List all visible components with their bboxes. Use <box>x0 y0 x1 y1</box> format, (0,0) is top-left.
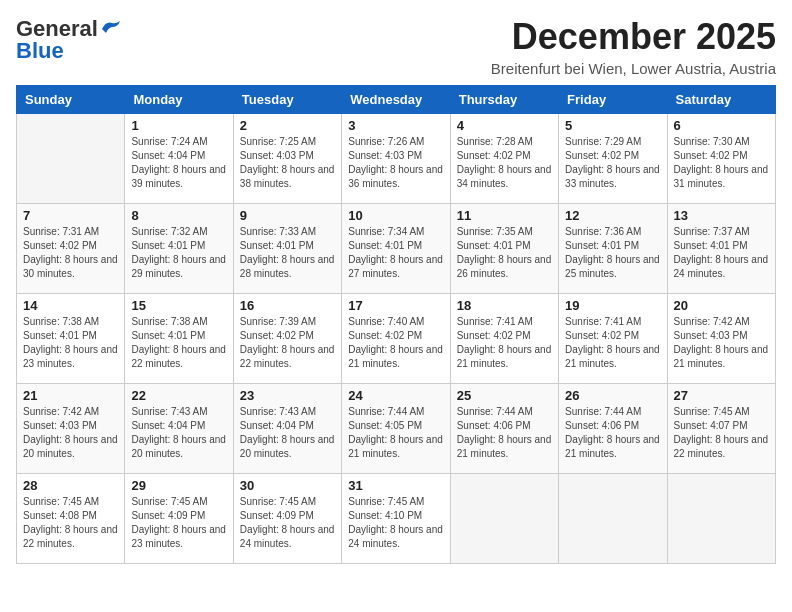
day-info: Sunrise: 7:44 AMSunset: 4:06 PMDaylight:… <box>457 405 552 461</box>
calendar-week-row: 28Sunrise: 7:45 AMSunset: 4:08 PMDayligh… <box>17 474 776 564</box>
day-number: 4 <box>457 118 552 133</box>
day-number: 18 <box>457 298 552 313</box>
table-row: 20Sunrise: 7:42 AMSunset: 4:03 PMDayligh… <box>667 294 775 384</box>
day-info: Sunrise: 7:45 AMSunset: 4:09 PMDaylight:… <box>240 495 335 551</box>
calendar-header-row: Sunday Monday Tuesday Wednesday Thursday… <box>17 86 776 114</box>
table-row: 30Sunrise: 7:45 AMSunset: 4:09 PMDayligh… <box>233 474 341 564</box>
day-info: Sunrise: 7:25 AMSunset: 4:03 PMDaylight:… <box>240 135 335 191</box>
table-row: 14Sunrise: 7:38 AMSunset: 4:01 PMDayligh… <box>17 294 125 384</box>
table-row: 6Sunrise: 7:30 AMSunset: 4:02 PMDaylight… <box>667 114 775 204</box>
day-number: 7 <box>23 208 118 223</box>
col-friday: Friday <box>559 86 667 114</box>
table-row: 17Sunrise: 7:40 AMSunset: 4:02 PMDayligh… <box>342 294 450 384</box>
day-number: 16 <box>240 298 335 313</box>
col-thursday: Thursday <box>450 86 558 114</box>
table-row <box>450 474 558 564</box>
day-number: 11 <box>457 208 552 223</box>
table-row: 16Sunrise: 7:39 AMSunset: 4:02 PMDayligh… <box>233 294 341 384</box>
col-monday: Monday <box>125 86 233 114</box>
day-number: 15 <box>131 298 226 313</box>
day-number: 22 <box>131 388 226 403</box>
table-row: 5Sunrise: 7:29 AMSunset: 4:02 PMDaylight… <box>559 114 667 204</box>
table-row: 18Sunrise: 7:41 AMSunset: 4:02 PMDayligh… <box>450 294 558 384</box>
col-saturday: Saturday <box>667 86 775 114</box>
day-info: Sunrise: 7:38 AMSunset: 4:01 PMDaylight:… <box>131 315 226 371</box>
calendar-week-row: 21Sunrise: 7:42 AMSunset: 4:03 PMDayligh… <box>17 384 776 474</box>
day-info: Sunrise: 7:42 AMSunset: 4:03 PMDaylight:… <box>23 405 118 461</box>
table-row: 12Sunrise: 7:36 AMSunset: 4:01 PMDayligh… <box>559 204 667 294</box>
table-row: 26Sunrise: 7:44 AMSunset: 4:06 PMDayligh… <box>559 384 667 474</box>
day-info: Sunrise: 7:41 AMSunset: 4:02 PMDaylight:… <box>457 315 552 371</box>
table-row: 8Sunrise: 7:32 AMSunset: 4:01 PMDaylight… <box>125 204 233 294</box>
day-info: Sunrise: 7:32 AMSunset: 4:01 PMDaylight:… <box>131 225 226 281</box>
calendar-week-row: 7Sunrise: 7:31 AMSunset: 4:02 PMDaylight… <box>17 204 776 294</box>
day-number: 13 <box>674 208 769 223</box>
day-number: 28 <box>23 478 118 493</box>
logo-bird-icon <box>100 19 122 35</box>
table-row: 1Sunrise: 7:24 AMSunset: 4:04 PMDaylight… <box>125 114 233 204</box>
day-number: 9 <box>240 208 335 223</box>
day-number: 27 <box>674 388 769 403</box>
table-row: 23Sunrise: 7:43 AMSunset: 4:04 PMDayligh… <box>233 384 341 474</box>
day-number: 5 <box>565 118 660 133</box>
day-info: Sunrise: 7:31 AMSunset: 4:02 PMDaylight:… <box>23 225 118 281</box>
page-container: General Blue December 2025 Breitenfurt b… <box>16 16 776 564</box>
day-number: 31 <box>348 478 443 493</box>
day-info: Sunrise: 7:45 AMSunset: 4:10 PMDaylight:… <box>348 495 443 551</box>
table-row: 29Sunrise: 7:45 AMSunset: 4:09 PMDayligh… <box>125 474 233 564</box>
day-info: Sunrise: 7:45 AMSunset: 4:09 PMDaylight:… <box>131 495 226 551</box>
day-number: 19 <box>565 298 660 313</box>
day-number: 30 <box>240 478 335 493</box>
day-number: 14 <box>23 298 118 313</box>
day-info: Sunrise: 7:40 AMSunset: 4:02 PMDaylight:… <box>348 315 443 371</box>
day-number: 17 <box>348 298 443 313</box>
table-row: 15Sunrise: 7:38 AMSunset: 4:01 PMDayligh… <box>125 294 233 384</box>
day-number: 6 <box>674 118 769 133</box>
table-row: 22Sunrise: 7:43 AMSunset: 4:04 PMDayligh… <box>125 384 233 474</box>
table-row: 7Sunrise: 7:31 AMSunset: 4:02 PMDaylight… <box>17 204 125 294</box>
table-row: 2Sunrise: 7:25 AMSunset: 4:03 PMDaylight… <box>233 114 341 204</box>
day-info: Sunrise: 7:44 AMSunset: 4:05 PMDaylight:… <box>348 405 443 461</box>
day-number: 10 <box>348 208 443 223</box>
day-number: 1 <box>131 118 226 133</box>
day-info: Sunrise: 7:37 AMSunset: 4:01 PMDaylight:… <box>674 225 769 281</box>
table-row: 13Sunrise: 7:37 AMSunset: 4:01 PMDayligh… <box>667 204 775 294</box>
day-info: Sunrise: 7:38 AMSunset: 4:01 PMDaylight:… <box>23 315 118 371</box>
table-row: 27Sunrise: 7:45 AMSunset: 4:07 PMDayligh… <box>667 384 775 474</box>
day-number: 24 <box>348 388 443 403</box>
day-number: 8 <box>131 208 226 223</box>
title-section: December 2025 Breitenfurt bei Wien, Lowe… <box>491 16 776 77</box>
table-row: 9Sunrise: 7:33 AMSunset: 4:01 PMDaylight… <box>233 204 341 294</box>
day-number: 12 <box>565 208 660 223</box>
day-number: 20 <box>674 298 769 313</box>
calendar-week-row: 14Sunrise: 7:38 AMSunset: 4:01 PMDayligh… <box>17 294 776 384</box>
table-row: 21Sunrise: 7:42 AMSunset: 4:03 PMDayligh… <box>17 384 125 474</box>
day-info: Sunrise: 7:39 AMSunset: 4:02 PMDaylight:… <box>240 315 335 371</box>
day-info: Sunrise: 7:36 AMSunset: 4:01 PMDaylight:… <box>565 225 660 281</box>
table-row <box>667 474 775 564</box>
day-info: Sunrise: 7:30 AMSunset: 4:02 PMDaylight:… <box>674 135 769 191</box>
col-tuesday: Tuesday <box>233 86 341 114</box>
table-row: 31Sunrise: 7:45 AMSunset: 4:10 PMDayligh… <box>342 474 450 564</box>
table-row: 10Sunrise: 7:34 AMSunset: 4:01 PMDayligh… <box>342 204 450 294</box>
location: Breitenfurt bei Wien, Lower Austria, Aus… <box>491 60 776 77</box>
logo-blue: Blue <box>16 38 64 64</box>
day-info: Sunrise: 7:45 AMSunset: 4:08 PMDaylight:… <box>23 495 118 551</box>
col-wednesday: Wednesday <box>342 86 450 114</box>
month-title: December 2025 <box>491 16 776 58</box>
table-row: 3Sunrise: 7:26 AMSunset: 4:03 PMDaylight… <box>342 114 450 204</box>
day-number: 3 <box>348 118 443 133</box>
table-row: 24Sunrise: 7:44 AMSunset: 4:05 PMDayligh… <box>342 384 450 474</box>
day-number: 29 <box>131 478 226 493</box>
day-number: 26 <box>565 388 660 403</box>
header: General Blue December 2025 Breitenfurt b… <box>16 16 776 77</box>
day-number: 21 <box>23 388 118 403</box>
table-row: 19Sunrise: 7:41 AMSunset: 4:02 PMDayligh… <box>559 294 667 384</box>
day-info: Sunrise: 7:34 AMSunset: 4:01 PMDaylight:… <box>348 225 443 281</box>
day-info: Sunrise: 7:35 AMSunset: 4:01 PMDaylight:… <box>457 225 552 281</box>
calendar-week-row: 1Sunrise: 7:24 AMSunset: 4:04 PMDaylight… <box>17 114 776 204</box>
day-info: Sunrise: 7:26 AMSunset: 4:03 PMDaylight:… <box>348 135 443 191</box>
day-info: Sunrise: 7:45 AMSunset: 4:07 PMDaylight:… <box>674 405 769 461</box>
day-info: Sunrise: 7:33 AMSunset: 4:01 PMDaylight:… <box>240 225 335 281</box>
day-info: Sunrise: 7:42 AMSunset: 4:03 PMDaylight:… <box>674 315 769 371</box>
